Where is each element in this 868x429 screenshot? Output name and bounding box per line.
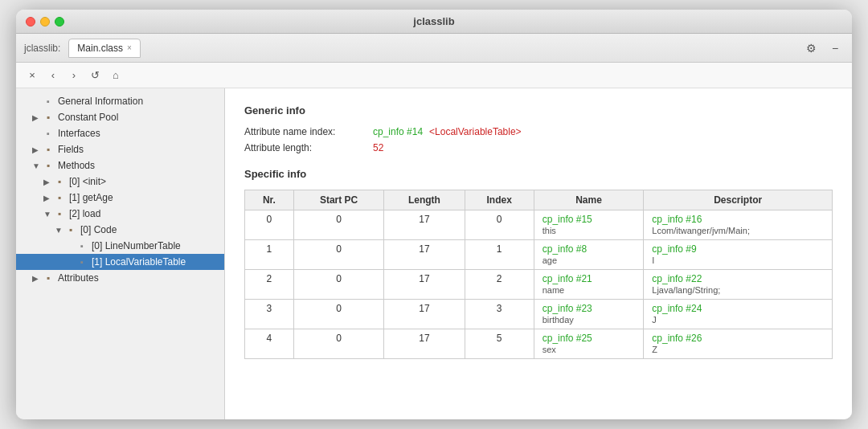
name-sub: this (542, 226, 556, 235)
cell-nr: 0 (245, 210, 294, 240)
arrow-constant-pool: ▶ (32, 113, 42, 122)
file-icon-interfaces: ▪ (42, 127, 55, 140)
main-content: ▪ General Information ▶ ▪ Constant Pool … (16, 88, 852, 419)
cell-length: 17 (384, 300, 465, 329)
attr-name-label: Attribute name index: (244, 126, 373, 137)
col-index: Index (465, 190, 534, 210)
tab-label: Main.class (77, 43, 123, 54)
cell-length: 17 (384, 210, 465, 240)
file-icon-general: ▪ (42, 95, 55, 108)
cell-descriptor: cp_info #9 I (644, 240, 833, 270)
sidebar-item-getage[interactable]: ▶ ▪ [1] getAge (16, 190, 224, 206)
sidebar-label-methods: Methods (58, 160, 95, 171)
sidebar-item-constant-pool[interactable]: ▶ ▪ Constant Pool (16, 109, 224, 125)
nav-forward-icon[interactable]: › (66, 67, 82, 84)
cell-nr: 2 (245, 270, 294, 300)
desc-link[interactable]: cp_info #24 (652, 303, 824, 314)
local-variable-table: Nr. Start PC Length Index Name Descripto… (244, 190, 833, 359)
desc-link[interactable]: cp_info #22 (652, 273, 824, 284)
desc-link[interactable]: cp_info #16 (652, 214, 824, 225)
name-link[interactable]: cp_info #8 (542, 243, 636, 255)
sidebar-item-init[interactable]: ▶ ▪ [0] <init> (16, 174, 224, 190)
desc-sub: J (652, 315, 657, 325)
table-row: 3 0 17 3 cp_info #23 birthday cp_info #2… (245, 300, 833, 329)
cell-start-pc: 0 (293, 329, 383, 359)
cell-name: cp_info #25 sex (534, 329, 644, 359)
desc-link[interactable]: cp_info #26 (652, 333, 824, 344)
table-row: 0 0 17 0 cp_info #15 this cp_info #16 Lc… (245, 210, 833, 240)
cell-length: 17 (384, 329, 465, 359)
specific-info-title: Specific info (244, 168, 833, 180)
sidebar-label-init: [0] <init> (69, 176, 106, 187)
main-class-tab[interactable]: Main.class × (68, 39, 141, 58)
sidebar: ▪ General Information ▶ ▪ Constant Pool … (16, 88, 225, 419)
name-link[interactable]: cp_info #23 (542, 303, 636, 314)
window-title: jclasslib (413, 15, 454, 27)
table-row: 2 0 17 2 cp_info #21 name cp_info #22 Lj… (245, 270, 833, 300)
minimize-button[interactable] (40, 17, 50, 27)
sidebar-item-code[interactable]: ▼ ▪ [0] Code (16, 222, 224, 238)
cell-start-pc: 0 (293, 270, 383, 300)
sidebar-item-load[interactable]: ▼ ▪ [2] load (16, 206, 224, 222)
sidebar-label-fields: Fields (58, 144, 84, 155)
folder-icon-fields: ▪ (42, 143, 55, 156)
cell-start-pc: 0 (293, 240, 383, 270)
attr-name-link2[interactable]: <LocalVariableTable> (429, 126, 522, 137)
attr-length-label: Attribute length: (244, 142, 373, 153)
name-sub: birthday (542, 315, 574, 325)
nav-back-icon[interactable]: ‹ (45, 67, 61, 84)
col-nr: Nr. (245, 190, 294, 210)
attr-length-row: Attribute length: 52 (244, 142, 833, 153)
name-sub: sex (542, 345, 556, 354)
desc-link[interactable]: cp_info #9 (652, 243, 824, 255)
name-link[interactable]: cp_info #25 (542, 333, 636, 344)
sidebar-item-methods[interactable]: ▼ ▪ Methods (16, 157, 224, 174)
folder-icon-init: ▪ (53, 175, 66, 188)
folder-icon-load: ▪ (53, 207, 66, 220)
folder-icon-constant-pool: ▪ (42, 111, 55, 124)
attr-name-link1[interactable]: cp_info #14 (373, 126, 423, 137)
collapse-icon[interactable]: − (826, 39, 844, 57)
sidebar-label-attributes: Attributes (58, 272, 99, 284)
arrow-methods: ▼ (32, 161, 42, 170)
arrow-code: ▼ (55, 226, 64, 235)
sidebar-item-lvt[interactable]: ▪ [1] LocalVariableTable (16, 254, 224, 270)
close-button[interactable] (26, 17, 35, 27)
nav-close-icon[interactable]: × (24, 67, 40, 84)
col-start-pc: Start PC (293, 190, 383, 210)
cell-index: 2 (465, 270, 534, 300)
sidebar-label-interfaces: Interfaces (58, 128, 100, 139)
maximize-button[interactable] (55, 17, 64, 27)
nav-refresh-icon[interactable]: ↺ (87, 67, 103, 84)
folder-icon-getage: ▪ (53, 191, 66, 204)
sidebar-label-lnt: [0] LineNumberTable (92, 240, 181, 251)
cell-nr: 3 (245, 300, 294, 329)
name-link[interactable]: cp_info #21 (542, 273, 636, 284)
cell-index: 0 (465, 210, 534, 240)
cell-length: 17 (384, 240, 465, 270)
sidebar-item-fields[interactable]: ▶ ▪ Fields (16, 141, 224, 157)
tab-close-button[interactable]: × (127, 43, 132, 52)
col-name: Name (534, 190, 644, 210)
sidebar-item-attributes[interactable]: ▶ ▪ Attributes (16, 270, 224, 286)
cell-start-pc: 0 (293, 210, 383, 240)
sidebar-item-linenumbertable[interactable]: ▪ [0] LineNumberTable (16, 238, 224, 254)
nav-bar: × ‹ › ↺ ⌂ (16, 63, 852, 88)
sidebar-item-general-info[interactable]: ▪ General Information (16, 93, 224, 109)
titlebar: jclasslib (16, 10, 852, 34)
arrow-fields: ▶ (32, 145, 42, 154)
sidebar-item-interfaces[interactable]: ▪ Interfaces (16, 125, 224, 141)
cell-nr: 4 (245, 329, 294, 359)
name-link[interactable]: cp_info #15 (542, 214, 636, 225)
arrow-init: ▶ (43, 178, 53, 186)
desc-sub: Ljava/lang/String; (652, 285, 720, 295)
folder-icon-methods: ▪ (42, 159, 55, 172)
desc-sub: Z (652, 345, 657, 354)
cell-start-pc: 0 (293, 300, 383, 329)
nav-home-icon[interactable]: ⌂ (108, 67, 124, 84)
settings-icon[interactable]: ⚙ (802, 39, 820, 57)
detail-panel: Generic info Attribute name index: cp_in… (225, 88, 852, 419)
folder-icon-attributes: ▪ (42, 272, 55, 284)
folder-icon-code: ▪ (64, 223, 77, 236)
toolbar: jclasslib: Main.class × ⚙ − (16, 34, 852, 63)
